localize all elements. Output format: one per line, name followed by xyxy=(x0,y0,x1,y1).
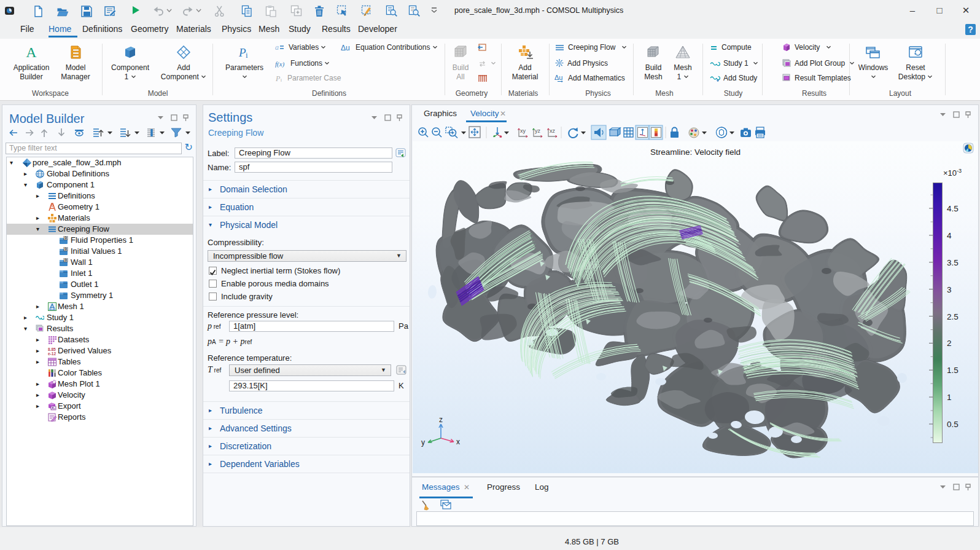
svg-text:f(x): f(x) xyxy=(275,60,285,68)
svg-text:xz: xz xyxy=(550,128,556,134)
svg-text:i: i xyxy=(281,77,282,82)
svg-text:Δu: Δu xyxy=(554,74,562,81)
svg-text:D: D xyxy=(64,236,67,240)
svg-text:8.85: 8.85 xyxy=(48,347,56,352)
svg-text:e-12: e-12 xyxy=(48,352,56,356)
svg-text:Δu: Δu xyxy=(341,44,350,52)
svg-text:A: A xyxy=(26,44,37,60)
svg-text:D: D xyxy=(64,247,67,251)
svg-text:yz: yz xyxy=(535,128,541,134)
svg-text:x: x xyxy=(456,438,460,446)
svg-text:xy: xy xyxy=(520,128,526,134)
svg-text:P: P xyxy=(275,74,281,82)
svg-text:z: z xyxy=(439,417,443,424)
svg-text:i: i xyxy=(246,50,248,60)
svg-text:a: a xyxy=(275,43,279,52)
svg-text:y: y xyxy=(421,438,425,447)
svg-text:D: D xyxy=(64,258,67,262)
